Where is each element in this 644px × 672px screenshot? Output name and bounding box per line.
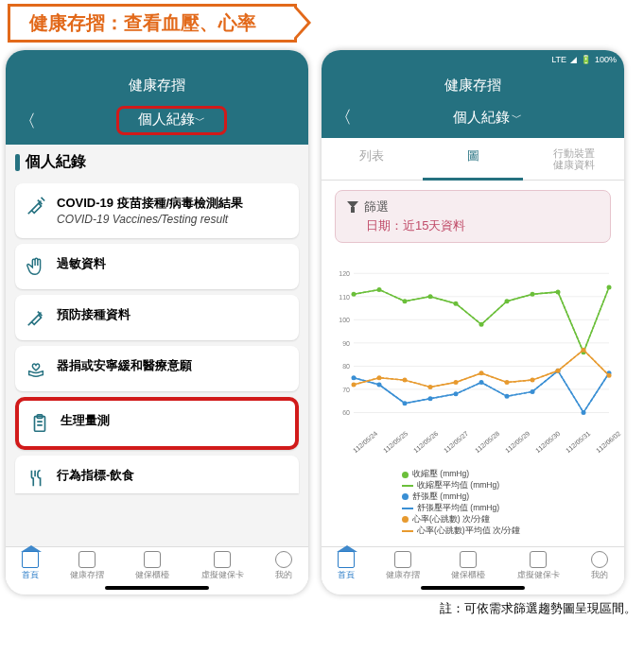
phone-left: 健康存摺 〈 個人紀錄﹀ 個人紀錄 COVID-19 疫苗接種/病毒檢測結果 [6,50,308,594]
status-bar [6,50,308,69]
tab-mine[interactable]: 我的 [275,551,292,581]
tab-home[interactable]: 首頁 [22,551,39,581]
tab-home[interactable]: 首頁 [338,551,355,581]
svg-text:110: 110 [339,294,350,301]
svg-text:60: 60 [342,410,350,417]
counter-icon [144,551,161,568]
card-icon [530,551,547,568]
heart-hands-icon [25,357,47,380]
card-vaccination[interactable]: 預防接種資料 [15,295,299,340]
content-right: 列表 圖 行動裝置健康資料 篩選 日期：近15天資料 6070809010011… [322,138,624,546]
clipboard-icon [28,412,51,435]
view-tabs: 列表 圖 行動裝置健康資料 [322,138,624,181]
page-banner: 健康存摺：查看血壓、心率 [8,4,297,43]
content-left: 個人紀錄 COVID-19 疫苗接種/病毒檢測結果 COVID-19 Vacci… [6,145,308,546]
book-icon [394,551,411,568]
svg-text:120: 120 [339,270,350,277]
tab-counter[interactable]: 健保櫃檯 [135,551,169,581]
tab-counter[interactable]: 健保櫃檯 [451,551,485,581]
home-icon [338,551,355,568]
svg-text:80: 80 [342,364,350,370]
filter-range: 日期：近15天資料 [347,215,599,234]
app-title: 健康存摺 [6,69,308,100]
syringe-icon [25,195,47,217]
fork-knife-icon [25,467,47,490]
home-indicator [421,586,525,590]
signal-icon: ◢ [570,55,577,64]
nav-row: 〈 個人紀錄﹀ [6,100,308,145]
chevron-down-icon: ﹀ [512,111,522,125]
tab-bar: 首頁 健康存摺 健保櫃檯 虛擬健保卡 我的 [6,546,308,583]
svg-text:90: 90 [342,340,350,347]
chevron-down-icon: ﹀ [195,114,205,126]
card-organ-donation[interactable]: 器捐或安寧緩和醫療意願 [15,346,299,391]
card-icon [214,551,231,568]
back-icon[interactable]: 〈 [329,106,357,129]
filter-panel[interactable]: 篩選 日期：近15天資料 [335,190,611,243]
card-vitals[interactable]: 生理量測 [15,397,299,450]
chart-legend: 收縮壓 (mmHg)收縮壓平均值 (mmHg)舒張壓 (mmHg)舒張壓平均值 … [402,469,544,536]
back-icon[interactable]: 〈 [13,110,42,132]
hand-icon [25,255,47,278]
page-dropdown[interactable]: 個人紀錄﹀ [357,109,617,127]
home-icon [22,551,39,568]
section-heading: 個人紀錄 [6,145,308,178]
section-bar-icon [15,154,20,171]
book-icon [78,551,96,568]
page-dropdown[interactable]: 個人紀錄﹀ [116,106,227,135]
status-bar: LTE ◢ 🔋 100% [322,50,624,69]
tab-vcard[interactable]: 虛擬健保卡 [517,551,560,581]
nav-row: 〈 個人紀錄﹀ [322,100,624,138]
tab-vcard[interactable]: 虛擬健保卡 [201,551,244,581]
counter-icon [460,551,477,568]
tab-list-view[interactable]: 列表 [322,138,423,180]
tab-passbook[interactable]: 健康存摺 [386,551,420,581]
person-icon [591,551,608,568]
card-behavior-diet[interactable]: 行為指標-飲食 [15,456,299,493]
tab-bar: 首頁 健康存摺 健保櫃檯 虛擬健保卡 我的 [322,546,624,583]
card-covid[interactable]: COVID-19 疫苗接種/病毒檢測結果 COVID-19 Vaccines/T… [15,183,299,238]
svg-text:70: 70 [342,387,350,393]
home-indicator [105,586,209,590]
funnel-icon [347,201,358,213]
tab-chart-view[interactable]: 圖 [423,138,524,181]
card-allergy[interactable]: 過敏資料 [15,244,299,289]
tab-mine[interactable]: 我的 [591,551,608,581]
app-title: 健康存摺 [322,69,624,100]
person-icon [275,551,292,568]
battery-icon: 🔋 [581,55,591,64]
footnote: 註：可依需求篩選趨勢圖呈現區間。 [0,594,644,621]
syringe2-icon [25,306,47,329]
tab-device-data[interactable]: 行動裝置健康資料 [523,138,624,180]
trend-chart: 60708090100110120 112/05/24112/05/25112/… [331,256,615,543]
svg-text:100: 100 [339,318,350,324]
phone-right: LTE ◢ 🔋 100% 健康存摺 〈 個人紀錄﹀ 列表 圖 行動裝置健康資料 … [322,50,624,594]
tab-passbook[interactable]: 健康存摺 [70,551,104,581]
